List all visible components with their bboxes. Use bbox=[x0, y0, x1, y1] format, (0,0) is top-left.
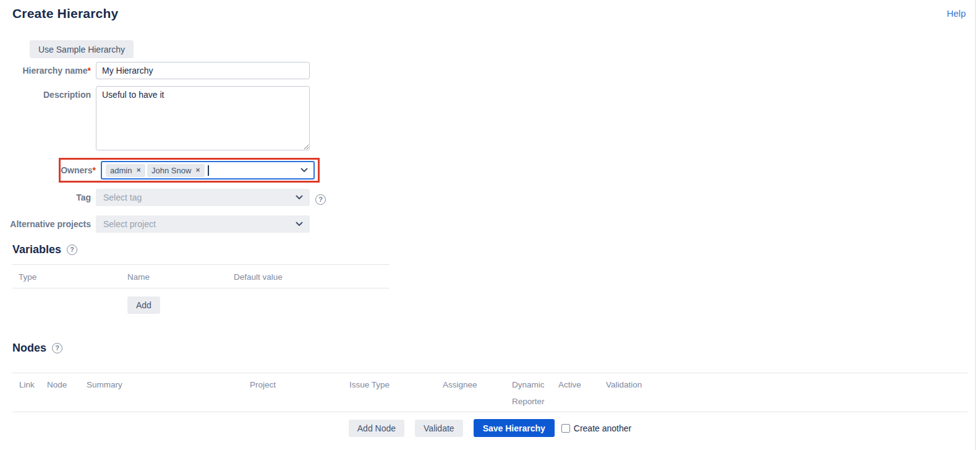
nodes-help-icon[interactable]: ? bbox=[52, 343, 62, 353]
owner-chip-label: admin bbox=[110, 166, 132, 175]
create-another-checkbox[interactable] bbox=[561, 424, 570, 433]
owners-label: Owners* bbox=[61, 166, 96, 175]
alternative-projects-label: Alternative projects bbox=[0, 215, 96, 229]
alternative-projects-select[interactable]: Select project bbox=[96, 215, 310, 233]
variables-col-name: Name bbox=[127, 272, 234, 282]
add-variable-button[interactable]: Add bbox=[127, 296, 160, 314]
remove-owner-icon[interactable]: ✕ bbox=[136, 167, 141, 173]
chevron-down-icon bbox=[296, 195, 303, 200]
hierarchy-name-label: Hierarchy name* bbox=[0, 62, 96, 76]
description-textarea[interactable]: Useful to have it bbox=[96, 86, 310, 150]
nodes-heading-text: Nodes bbox=[12, 341, 46, 355]
tag-help-icon[interactable]: ? bbox=[315, 194, 326, 205]
hierarchy-name-input[interactable] bbox=[96, 62, 310, 79]
description-label: Description bbox=[0, 86, 96, 100]
remove-owner-icon[interactable]: ✕ bbox=[195, 167, 200, 173]
hierarchy-name-row: Hierarchy name* bbox=[0, 62, 980, 79]
owner-chip-label: John Snow bbox=[151, 166, 191, 175]
text-cursor bbox=[208, 165, 209, 176]
chevron-down-icon[interactable] bbox=[300, 168, 308, 173]
nodes-col-project: Project bbox=[250, 376, 349, 410]
nodes-col-issue-type: Issue Type bbox=[349, 376, 443, 410]
alternative-projects-row: Alternative projects Select project bbox=[0, 215, 980, 233]
description-row: Description Useful to have it bbox=[0, 86, 980, 150]
owners-annotation-highlight: Owners* admin ✕ John Snow ✕ bbox=[59, 158, 320, 183]
chevron-down-icon bbox=[296, 222, 303, 227]
page-title: Create Hierarchy bbox=[12, 6, 980, 21]
page-right-border bbox=[975, 0, 976, 450]
tag-select-placeholder: Select tag bbox=[103, 193, 142, 202]
variables-section-heading: Variables ? bbox=[12, 243, 980, 256]
create-hierarchy-form: Hierarchy name* Description Useful to ha… bbox=[0, 62, 980, 233]
nodes-col-assignee: Assignee bbox=[443, 376, 512, 410]
variables-col-default-value: Default value bbox=[234, 272, 390, 282]
variables-table-header: Type Name Default value bbox=[12, 265, 390, 288]
nodes-table-header: Link Node Summary Project Issue Type Ass… bbox=[12, 373, 968, 412]
nodes-col-link: Link bbox=[12, 376, 47, 410]
variables-help-icon[interactable]: ? bbox=[67, 244, 77, 255]
save-hierarchy-button[interactable]: Save Hierarchy bbox=[474, 419, 555, 437]
alternative-projects-placeholder: Select project bbox=[103, 219, 156, 229]
owner-chip: admin ✕ bbox=[106, 164, 145, 177]
create-another-label[interactable]: Create another bbox=[574, 423, 631, 433]
nodes-col-summary: Summary bbox=[87, 376, 250, 410]
validate-button[interactable]: Validate bbox=[415, 420, 463, 437]
owners-multiselect[interactable]: admin ✕ John Snow ✕ bbox=[101, 161, 315, 180]
help-link[interactable]: Help bbox=[947, 8, 966, 19]
add-node-button[interactable]: Add Node bbox=[349, 420, 404, 437]
tag-row: Tag Select tag ? bbox=[0, 189, 980, 206]
variables-col-type: Type bbox=[12, 272, 127, 282]
use-sample-hierarchy-button[interactable]: Use Sample Hierarchy bbox=[30, 40, 134, 58]
nodes-col-active: Active bbox=[558, 376, 606, 410]
required-asterisk: * bbox=[93, 165, 96, 175]
required-asterisk: * bbox=[88, 66, 91, 76]
tag-label: Tag bbox=[0, 189, 96, 202]
form-actions: Add Node Validate Save Hierarchy Create … bbox=[0, 419, 980, 437]
tag-select[interactable]: Select tag bbox=[96, 189, 310, 206]
nodes-section-heading: Nodes ? bbox=[12, 341, 980, 355]
nodes-col-validation: Validation bbox=[606, 376, 968, 410]
owner-chip: John Snow ✕ bbox=[147, 164, 205, 177]
nodes-col-dynamic-reporter: Dynamic Reporter bbox=[512, 376, 558, 410]
nodes-col-node: Node bbox=[47, 376, 87, 410]
variables-heading-text: Variables bbox=[12, 243, 61, 256]
